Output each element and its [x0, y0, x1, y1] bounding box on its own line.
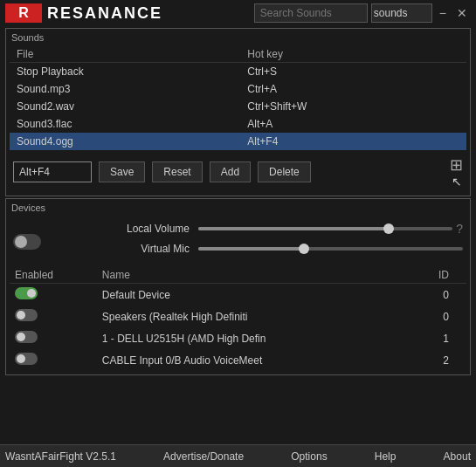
list-item[interactable]: Default Device 0 [10, 284, 466, 306]
sounds-table: File Hot key Stop Playback Ctrl+S Sound.… [10, 46, 466, 150]
device-toggle[interactable] [15, 353, 38, 365]
device-toggle-knob [17, 311, 25, 319]
enabled-cell[interactable] [10, 306, 97, 327]
virtual-mic-thumb[interactable] [299, 244, 309, 254]
hotkey-cell: Ctrl+Shift+W [212, 98, 466, 115]
table-row[interactable]: Sound2.wav Ctrl+Shift+W [10, 98, 466, 115]
title-bar-right: sounds files − ✕ [254, 3, 471, 23]
about-button[interactable]: About [444, 450, 471, 463]
file-cell: Stop Playback [10, 63, 212, 81]
table-row[interactable]: Stop Playback Ctrl+S [10, 63, 466, 81]
save-button[interactable]: Save [99, 161, 145, 182]
device-name-cell: Default Device [97, 284, 408, 306]
hotkey-cell: Alt+A [212, 115, 466, 133]
file-cell: Sound4.ogg [10, 133, 212, 150]
status-bar: WasntAFairFight V2.5.1 Advertise/Donate … [0, 444, 476, 467]
devices-section-label: Devices [10, 203, 466, 213]
local-volume-thumb[interactable] [383, 223, 394, 234]
table-row[interactable]: Sound.mp3 Ctrl+A [10, 80, 466, 98]
table-row[interactable]: Sound4.ogg Alt+F4 [10, 133, 466, 150]
minimize-button[interactable]: − [436, 7, 450, 19]
cursor-icon: ↖ [452, 175, 462, 189]
reset-button[interactable]: Reset [152, 161, 202, 182]
sounds-section: Sounds File Hot key Stop Playback Ctrl+S… [5, 28, 471, 196]
volume-sliders: Local Volume ? Virtual Mic [59, 222, 463, 262]
file-cell: Sound.mp3 [10, 80, 212, 98]
device-id-cell: 0 [407, 306, 466, 327]
main-toggle[interactable] [13, 234, 41, 250]
device-id-cell: 1 [407, 327, 466, 349]
title-bar-left: R RESANANCE [5, 3, 162, 23]
hotkey-cell: Ctrl+S [212, 63, 466, 81]
hotkey-cell: Ctrl+A [212, 80, 466, 98]
device-table: Enabled Name ID Default Device 0 Speaker… [10, 267, 466, 371]
local-volume-row: Local Volume ? [111, 222, 463, 236]
col-id: ID [407, 267, 466, 284]
device-controls: Local Volume ? Virtual Mic [10, 216, 466, 267]
virtual-mic-fill [198, 247, 304, 251]
sounds-table-header: File Hot key [10, 46, 466, 63]
col-file: File [10, 46, 212, 63]
toggle-knob [15, 236, 27, 248]
sounds-dropdown-wrapper: sounds files [371, 3, 432, 23]
title-bar: R RESANANCE sounds files − ✕ [0, 0, 476, 26]
enabled-cell[interactable] [10, 349, 97, 371]
hotkey-cell: Alt+F4 [212, 133, 466, 150]
device-name-cell: Speakers (Realtek High Definiti [97, 306, 408, 327]
hotkey-bar: Save Reset Add Delete ⊞ ↖ [10, 150, 466, 192]
file-cell: Sound3.flac [10, 115, 212, 133]
help-button[interactable]: Help [375, 450, 397, 463]
sounds-dropdown[interactable]: sounds files [371, 3, 432, 23]
device-id-cell: 2 [407, 349, 466, 371]
device-toggle[interactable] [15, 287, 38, 299]
list-item[interactable]: CABLE Input 0/B Audio VoiceMeet 2 [10, 349, 466, 371]
local-volume-fill [198, 227, 389, 230]
assign-icon[interactable]: ⊞ [450, 155, 463, 175]
device-name-cell: CABLE Input 0/B Audio VoiceMeet [97, 349, 408, 371]
table-row[interactable]: Sound3.flac Alt+A [10, 115, 466, 133]
enabled-cell[interactable] [10, 284, 97, 306]
local-volume-track[interactable] [198, 227, 452, 230]
delete-button[interactable]: Delete [258, 161, 311, 182]
search-input[interactable] [254, 3, 368, 23]
advertise-button[interactable]: Advertise/Donate [163, 450, 244, 463]
col-name: Name [97, 267, 408, 284]
virtual-mic-row: Virtual Mic [111, 243, 463, 255]
devices-section: Devices Local Volume ? Virtual Mic [5, 198, 471, 375]
col-hotkey: Hot key [212, 46, 466, 63]
file-cell: Sound2.wav [10, 98, 212, 115]
col-enabled: Enabled [10, 267, 97, 284]
virtual-mic-track[interactable] [198, 247, 463, 251]
device-toggle-knob [17, 354, 25, 363]
local-volume-label: Local Volume [111, 223, 198, 235]
device-name-cell: 1 - DELL U2515H (AMD High Defin [97, 327, 408, 349]
device-toggle[interactable] [15, 331, 38, 343]
app-name: RESANANCE [47, 4, 162, 23]
device-toggle[interactable] [15, 309, 38, 321]
hotkey-input[interactable] [13, 161, 92, 182]
local-volume-question: ? [456, 222, 463, 236]
assign-icon-box: ⊞ ↖ [450, 155, 463, 189]
virtual-mic-label: Virtual Mic [111, 243, 198, 255]
device-id-cell: 0 [407, 284, 466, 306]
sounds-section-label: Sounds [10, 32, 466, 43]
enabled-cell[interactable] [10, 327, 97, 349]
close-button[interactable]: ✕ [453, 7, 471, 19]
device-toggle-knob [27, 289, 36, 298]
list-item[interactable]: Speakers (Realtek High Definiti 0 [10, 306, 466, 327]
logo-icon: R [18, 5, 29, 21]
add-button[interactable]: Add [210, 161, 251, 182]
options-button[interactable]: Options [291, 450, 327, 463]
version-label: WasntAFairFight V2.5.1 [5, 450, 116, 463]
device-table-header: Enabled Name ID [10, 267, 466, 284]
logo-box: R [5, 3, 42, 23]
device-toggle-knob [17, 333, 25, 341]
list-item[interactable]: 1 - DELL U2515H (AMD High Defin 1 [10, 327, 466, 349]
